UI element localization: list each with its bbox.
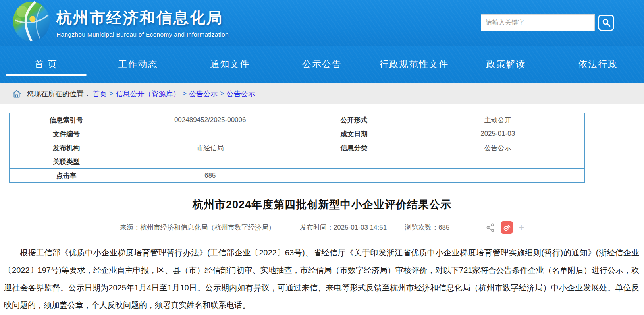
info-category-label: 信息分类 (297, 141, 411, 155)
search-input[interactable] (481, 14, 595, 31)
share-nodes-icon (486, 223, 495, 232)
home-icon[interactable] (12, 89, 21, 99)
view-count-value: 685 (438, 224, 449, 231)
source-value: 杭州市经济和信息化局（杭州市数字经济局） (140, 224, 275, 231)
related-type-label: 关联类型 (10, 155, 123, 169)
breadcrumb-link-home[interactable]: 首页 (93, 89, 107, 99)
table-row: 文件编号 成文日期 2025-01-03 (10, 127, 585, 141)
table-row: 点击率 685 (10, 169, 585, 183)
nav-item-public-announcements[interactable]: 公示公告 (276, 46, 368, 83)
site-header: 杭州市经济和信息化局 Hangzhou Municipal Bureau of … (0, 0, 644, 46)
issuing-agency-label: 发布机构 (10, 141, 123, 155)
article-publish-time: 发布时间：2025-01-03 14:51 (300, 223, 387, 232)
info-category-value: 公告公示 (411, 141, 585, 155)
search-button[interactable] (598, 15, 614, 31)
click-rate-value: 685 (123, 169, 297, 183)
breadcrumb-separator: > (109, 89, 114, 98)
document-number-value (123, 127, 297, 141)
weibo-icon (502, 223, 511, 232)
table-row: 发布机构 市经信局 信息分类 公告公示 (10, 141, 585, 155)
breadcrumb-link-info-disclosure[interactable]: 信息公开（资源库） (116, 89, 180, 99)
document-info-table: 信息索引号 002489452/2025-00006 公开形式 主动公开 文件编… (9, 113, 585, 183)
breadcrumb-prefix: 您现在所在的位置： (27, 89, 91, 99)
empty-value-cell (411, 169, 585, 183)
site-brand[interactable]: 杭州市经济和信息化局 Hangzhou Municipal Bureau of … (12, 1, 229, 42)
nav-item-administrative-normative-docs[interactable]: 行政规范性文件 (368, 46, 460, 83)
breadcrumb-separator: > (220, 89, 224, 98)
breadcrumb-link-announcements[interactable]: 公告公示 (189, 89, 218, 99)
search-icon (602, 18, 611, 27)
click-rate-label: 点击率 (10, 169, 123, 183)
view-count-label: 浏览次数： (405, 224, 438, 231)
weibo-share-button[interactable] (501, 221, 513, 234)
publish-time-label: 发布时间： (300, 224, 334, 231)
page-title: 杭州市2024年度第四批创新型中小企业评价结果公示 (0, 197, 644, 212)
source-label: 来源： (120, 224, 140, 231)
article-source: 来源：杭州市经济和信息化局（杭州市数字经济局） (120, 223, 275, 232)
nav-item-work-news[interactable]: 工作动态 (92, 46, 184, 83)
more-share-button[interactable]: + (519, 222, 524, 232)
related-type-empty-cell (297, 155, 585, 169)
site-subtitle: Hangzhou Municipal Bureau of Economy and… (56, 31, 229, 38)
info-index-number-label: 信息索引号 (10, 113, 123, 127)
breadcrumb: 您现在所在的位置： 首页 > 信息公开（资源库） > 公告公示 > 公告公示 (0, 83, 644, 104)
site-title: 杭州市经济和信息化局 (56, 7, 229, 29)
article-view-count: 浏览次数：685 (405, 223, 449, 232)
bureau-logo-icon (12, 1, 51, 42)
nav-item-home[interactable]: 首 页 (0, 46, 92, 83)
disclosure-form-label: 公开形式 (297, 113, 411, 127)
document-number-label: 文件编号 (10, 127, 123, 141)
table-row: 信息索引号 002489452/2025-00006 公开形式 主动公开 (10, 113, 585, 127)
document-info-table-wrap: 信息索引号 002489452/2025-00006 公开形式 主动公开 文件编… (0, 104, 644, 183)
publish-time-value: 2025-01-03 14:51 (334, 224, 387, 231)
nav-item-law-based-administration[interactable]: 依法行政 (552, 46, 644, 83)
issuing-agency-value: 市经信局 (123, 141, 297, 155)
share-button[interactable] (486, 223, 495, 232)
disclosure-form-value: 主动公开 (411, 113, 585, 127)
main-nav: 首 页 工作动态 通知文件 公示公告 行政规范性文件 政策解读 依法行政 (0, 46, 644, 83)
issue-date-value: 2025-01-03 (411, 127, 585, 141)
share-toolbar: + (486, 221, 524, 234)
breadcrumb-separator: > (183, 89, 187, 98)
nav-item-notices[interactable]: 通知文件 (184, 46, 276, 83)
article-meta: 来源：杭州市经济和信息化局（杭州市数字经济局） 发布时间：2025-01-03 … (0, 221, 644, 234)
empty-label-cell (297, 169, 411, 183)
search-area (481, 14, 614, 31)
related-type-value (123, 155, 297, 169)
article-body-paragraph: 根据工信部《优质中小企业梯度培育管理暂行办法》(工信部企业〔2022〕63号)、… (4, 244, 639, 314)
breadcrumb-link-announcements-current[interactable]: 公告公示 (227, 89, 255, 99)
table-row: 关联类型 (10, 155, 585, 169)
issue-date-label: 成文日期 (297, 127, 411, 141)
nav-item-policy-interpretation[interactable]: 政策解读 (460, 46, 552, 83)
info-index-number-value: 002489452/2025-00006 (123, 113, 297, 127)
